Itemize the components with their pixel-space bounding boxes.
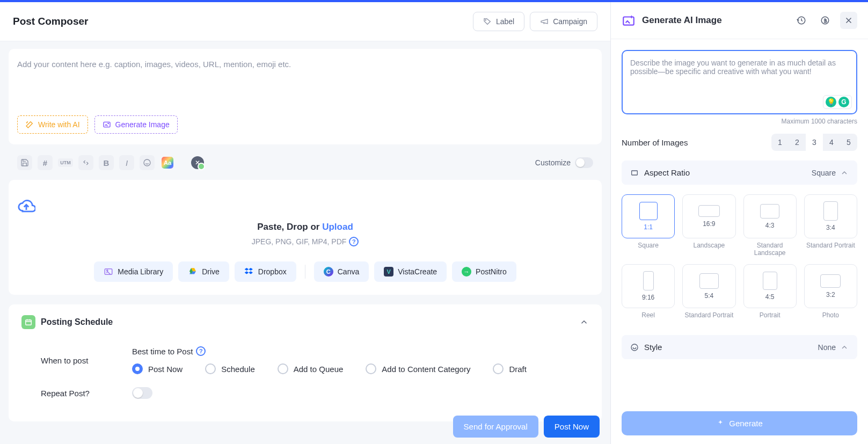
image-sparkle-icon [103,120,111,129]
aspect-1-1[interactable]: 1:1 [622,194,675,238]
save-icon[interactable] [17,155,32,170]
calendar-icon [21,315,35,329]
megaphone-icon [540,17,549,26]
svg-rect-9 [632,171,638,175]
history-icon[interactable] [793,12,810,29]
chevron-up-icon [840,169,849,177]
upload-link[interactable]: Upload [322,222,353,232]
chevron-up-icon [840,343,849,352]
num-images-5[interactable]: 5 [840,134,857,151]
color-picker-icon[interactable]: Aa [160,155,175,170]
num-images-selector: 12345 [771,134,857,151]
vistacreate-chip[interactable]: V VistaCreate [374,261,447,282]
repeat-toggle[interactable] [132,387,152,399]
when-to-post-label: When to post [41,356,132,365]
grammarly-icon[interactable]: G [838,97,849,107]
svg-point-10 [631,344,638,351]
canva-icon: C [324,267,333,276]
aspect-3-2[interactable]: 3:2 [804,264,857,308]
page-title: Post Composer [13,16,88,27]
tag-icon [483,17,492,26]
formatting-toolbar: # UTM B I Aa ✕ Customize [9,149,602,170]
google-drive-icon [188,267,198,276]
utm-button[interactable]: UTM [58,155,73,170]
content-category-radio[interactable]: Add to Content Category [366,363,470,374]
draft-radio[interactable]: Draft [493,363,527,374]
sparkle-icon [716,419,725,428]
help-icon[interactable]: ? [196,346,206,356]
panel-title: Generate AI Image [642,15,786,26]
schedule-radio[interactable]: Schedule [205,363,255,374]
generate-button[interactable]: Generate [622,411,857,435]
hashtag-icon[interactable]: # [38,155,53,170]
char-limit-label: Maximum 1000 characters [622,118,857,125]
svg-rect-4 [105,269,113,275]
label-button[interactable]: Label [473,12,524,31]
post-now-button[interactable]: Post Now [544,416,600,438]
aspect-ratio-grid: 1:1Square16:9Landscape4:3Standard Landsc… [622,194,857,319]
magic-wand-icon [25,120,34,129]
send-for-approval-button[interactable]: Send for Approval [453,416,538,438]
upload-text: Paste, Drop or Upload [17,222,593,232]
post-now-radio[interactable]: Post Now [132,363,183,374]
num-images-2[interactable]: 2 [789,134,806,151]
svg-point-2 [108,123,108,123]
chevron-up-icon[interactable] [579,317,589,327]
composer-card: Add your content here e.g. caption, imag… [9,49,602,144]
credits-icon[interactable] [816,12,834,29]
num-images-1[interactable]: 1 [771,134,789,151]
svg-rect-7 [623,17,634,25]
upload-card: Paste, Drop or Upload JPEG, PNG, GIF, MP… [9,180,602,295]
italic-icon[interactable]: I [119,155,134,170]
aspect-9-16[interactable]: 9:16 [622,264,675,308]
svg-point-3 [144,159,150,166]
dropbox-icon [244,267,254,276]
emoji-icon[interactable] [140,155,155,170]
generate-ai-image-panel: Generate AI Image Describe the image you… [610,2,868,444]
help-icon[interactable]: ? [349,237,359,246]
close-button[interactable] [840,12,857,29]
postnitro-chip[interactable]: → PostNitro [452,261,516,282]
aspect-5-4[interactable]: 5:4 [682,264,735,308]
aspect-3-4[interactable]: 3:4 [804,194,857,238]
write-with-ai-button[interactable]: Write with AI [17,115,88,134]
generate-image-button[interactable]: Generate Image [94,115,178,134]
num-images-label: Number of Images [622,138,688,147]
num-images-3[interactable]: 3 [806,134,823,151]
prompt-textarea[interactable]: Describe the image you want to generate … [622,50,857,114]
repeat-post-label: Repeat Post? [41,389,132,398]
style-accordion[interactable]: Style None [622,335,857,359]
customize-toggle[interactable] [575,157,593,168]
svg-rect-6 [26,320,32,325]
best-time-label: Best time to Post [132,347,193,356]
style-icon [630,343,639,352]
aspect-icon [630,169,639,177]
customize-label: Customize [535,158,571,167]
canva-chip[interactable]: C Canva [314,261,369,282]
aspect-ratio-accordion[interactable]: Aspect Ratio Square [622,161,857,185]
composer-textarea[interactable]: Add your content here e.g. caption, imag… [17,56,593,110]
divider [305,265,305,279]
media-library-chip[interactable]: Media Library [94,261,173,282]
ai-assistant-icon[interactable]: ✕ [190,155,205,170]
dropbox-chip[interactable]: Dropbox [235,261,296,282]
drive-chip[interactable]: Drive [178,261,229,282]
aspect-4-3[interactable]: 4:3 [743,194,797,238]
svg-point-5 [107,270,108,271]
posting-schedule-card: Posting Schedule When to post Best time … [9,304,602,421]
svg-rect-1 [104,122,110,127]
num-images-4[interactable]: 4 [823,134,840,151]
link-icon[interactable] [78,155,93,170]
aspect-16-9[interactable]: 16:9 [682,194,735,238]
postnitro-icon: → [462,267,471,276]
upload-formats: JPEG, PNG, GIF, MP4, PDF [252,237,347,246]
vistacreate-icon: V [384,267,393,276]
svg-point-0 [485,20,486,20]
cloud-upload-icon [17,197,593,215]
campaign-button[interactable]: Campaign [530,12,597,31]
grammarly-lightbulb-icon[interactable]: 💡 [826,97,836,107]
bold-icon[interactable]: B [99,155,114,170]
aspect-4-5[interactable]: 4:5 [743,264,797,308]
image-icon [104,267,113,276]
add-queue-radio[interactable]: Add to Queue [278,363,344,374]
